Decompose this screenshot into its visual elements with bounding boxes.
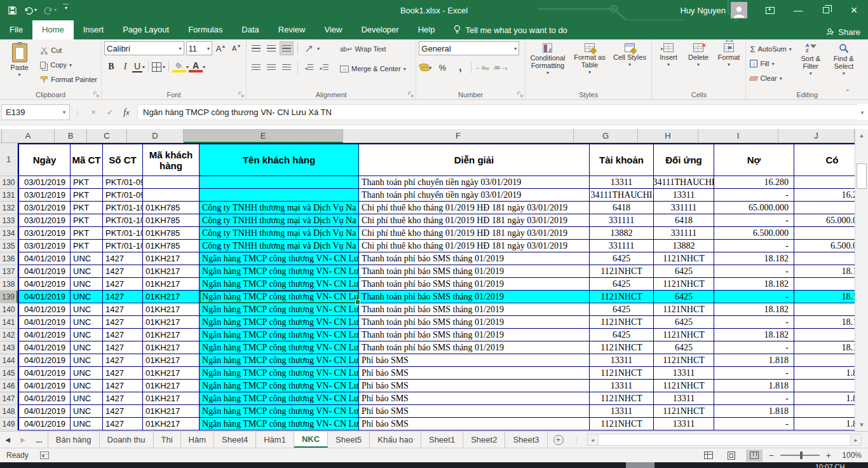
cell-D137[interactable]: 01KH217: [143, 265, 200, 278]
cell-D145[interactable]: 01KH217: [143, 367, 200, 380]
cell-H149[interactable]: 13311: [654, 418, 714, 430]
cell-F137[interactable]: Thanh toán phí báo SMS tháng 01/2019: [359, 265, 590, 278]
row-number-141[interactable]: 141: [0, 316, 18, 329]
tab-file[interactable]: File: [0, 20, 32, 39]
row-number-132[interactable]: 132: [0, 202, 18, 214]
cell-J133[interactable]: 65.000.000: [794, 214, 855, 227]
cell-J134[interactable]: [794, 227, 855, 240]
cell-F143[interactable]: Thanh toán phí báo SMS tháng 01/2019: [359, 341, 590, 354]
cell-E144[interactable]: Ngân hàng TMCP công thương VN- CN Lưu Xá…: [200, 354, 359, 367]
row-number-146[interactable]: 146: [0, 380, 18, 392]
row-number-148[interactable]: 148: [0, 405, 18, 418]
cell-E148[interactable]: Ngân hàng TMCP công thương VN- CN Lưu Xá…: [200, 405, 359, 418]
cell-B140[interactable]: UNC: [71, 303, 103, 316]
cell-D146[interactable]: 01KH217: [143, 380, 200, 392]
cell-A143[interactable]: 04/01/2019: [18, 341, 71, 354]
normal-view-button[interactable]: [700, 450, 717, 462]
cell-C143[interactable]: 1427: [103, 341, 143, 354]
cell-B143[interactable]: UNC: [71, 341, 103, 354]
font-size-combo[interactable]: 11▾: [186, 41, 212, 55]
cell-E137[interactable]: Ngân hàng TMCP công thương VN- CN Lưu Xá…: [200, 265, 359, 278]
cell-H146[interactable]: 1121NHCT: [654, 380, 714, 392]
tab-view[interactable]: View: [315, 20, 351, 39]
cell-G144[interactable]: 13311: [590, 354, 654, 367]
cell-I131[interactable]: -: [714, 189, 794, 202]
cell-A145[interactable]: 04/01/2019: [18, 367, 71, 380]
top-align-button[interactable]: [249, 41, 263, 55]
cell-C133[interactable]: PKT/01-10: [103, 214, 143, 227]
sheet-tab-hàm1[interactable]: Hàm1: [256, 432, 294, 448]
format-painter-button[interactable]: Format Painter: [39, 73, 98, 86]
cell-D132[interactable]: 01KH785: [143, 202, 200, 214]
cell-D141[interactable]: 01KH217: [143, 316, 200, 329]
cell-G149[interactable]: 1121NHCT: [590, 418, 654, 430]
cell-J144[interactable]: [794, 354, 855, 367]
underline-dropdown-icon[interactable]: ▾: [142, 65, 145, 69]
cell-B135[interactable]: PKT: [71, 240, 103, 252]
cell-H133[interactable]: 6418: [654, 214, 714, 227]
column-header-F[interactable]: F: [343, 129, 574, 143]
cell-F138[interactable]: Thanh toán phí báo SMS tháng 01/2019: [359, 278, 590, 291]
conditional-formatting-button[interactable]: Conditional Formatting ▾: [528, 41, 567, 89]
tab-review[interactable]: Review: [269, 20, 315, 39]
sheet-tab-sheet1[interactable]: Sheet1: [421, 432, 463, 448]
cell-A132[interactable]: 03/01/2019: [18, 202, 71, 214]
column-header-I[interactable]: I: [698, 129, 778, 143]
cell-H141[interactable]: 6425: [654, 316, 714, 329]
redo-button[interactable]: ▾: [41, 3, 59, 18]
cell-G145[interactable]: 1121NHCT: [590, 367, 654, 380]
find-select-button[interactable]: Find & Select ▾: [829, 41, 859, 89]
cell-D143[interactable]: 01KH217: [143, 341, 200, 354]
row-number-144[interactable]: 144: [0, 354, 18, 367]
macro-record-icon[interactable]: [40, 451, 49, 459]
sheet-tab-thi[interactable]: Thi: [154, 432, 181, 448]
sheet-overflow-button[interactable]: ...: [31, 432, 48, 448]
format-as-table-button[interactable]: Format as Table ▾: [570, 41, 609, 89]
cell-B130[interactable]: PKT: [71, 176, 103, 189]
cell-I141[interactable]: -: [714, 316, 794, 329]
cell-J132[interactable]: [794, 202, 855, 214]
zoom-in-button[interactable]: +: [826, 450, 831, 460]
cell-I136[interactable]: 18.182: [714, 252, 794, 265]
scroll-left-icon[interactable]: ◂: [588, 434, 598, 445]
cell-J141[interactable]: 18.182: [794, 316, 855, 329]
cell-C137[interactable]: 1427: [103, 265, 143, 278]
cell-E145[interactable]: Ngân hàng TMCP công thương VN- CN Lưu Xá…: [200, 367, 359, 380]
row-number-140[interactable]: 140: [0, 303, 18, 316]
cell-J147[interactable]: 1.818: [794, 392, 855, 405]
cell-F132[interactable]: Chi phí thuê kho tháng 01/2019 HĐ 181 ng…: [359, 202, 590, 214]
cell-D144[interactable]: 01KH217: [143, 354, 200, 367]
cell-I140[interactable]: 18.182: [714, 303, 794, 316]
row-number-147[interactable]: 147: [0, 392, 18, 405]
cell-F148[interactable]: Phí báo SMS: [359, 405, 590, 418]
column-header-J[interactable]: J: [778, 129, 855, 143]
cell-F140[interactable]: Thanh toán phí báo SMS tháng 01/2019: [359, 303, 590, 316]
sheet-tab-khấu-hao[interactable]: Khấu hao: [370, 432, 421, 448]
comma-style-button[interactable]: ,: [453, 60, 467, 74]
cell-D138[interactable]: 01KH217: [143, 278, 200, 291]
tab-developer[interactable]: Developer: [351, 20, 408, 39]
header-cell-J[interactable]: Có: [794, 143, 855, 176]
cell-C138[interactable]: 1427: [103, 278, 143, 291]
cell-B142[interactable]: UNC: [71, 329, 103, 341]
header-cell-F[interactable]: Diễn giải: [359, 143, 590, 176]
scroll-down-icon[interactable]: ▼: [855, 418, 868, 431]
column-header-E[interactable]: E: [184, 129, 343, 143]
cell-H144[interactable]: 1121NHCT: [654, 354, 714, 367]
cell-B147[interactable]: UNC: [71, 392, 103, 405]
save-button[interactable]: [5, 3, 20, 18]
name-box[interactable]: E139 ▾: [1, 104, 70, 120]
select-all-corner[interactable]: [0, 129, 2, 143]
sheet-nav-next-icon[interactable]: ▶: [15, 432, 31, 448]
cell-A149[interactable]: 04/01/2019: [18, 418, 71, 430]
number-dialog-launcher[interactable]: [517, 92, 524, 98]
tell-me-box[interactable]: Tell me what you want to do: [453, 20, 567, 39]
align-left-button[interactable]: [249, 61, 263, 75]
tab-insert[interactable]: Insert: [74, 20, 114, 39]
sheet-tab-sheet4[interactable]: Sheet4: [214, 432, 256, 448]
alignment-dialog-launcher[interactable]: [408, 92, 414, 98]
cell-G139[interactable]: 1121NHCT: [590, 291, 654, 303]
middle-align-button[interactable]: [264, 41, 278, 55]
sheet-tab-bán-hàng[interactable]: Bán hàng: [48, 432, 100, 448]
cell-I139[interactable]: -: [714, 291, 794, 303]
